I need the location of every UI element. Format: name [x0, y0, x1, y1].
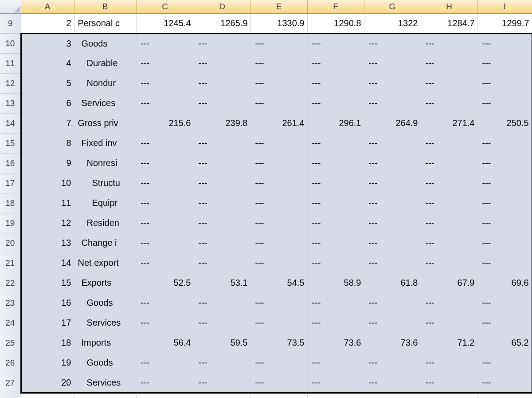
cell-D12[interactable]: ---: [194, 73, 250, 93]
cell-A28[interactable]: 21: [21, 393, 74, 398]
cell-A11[interactable]: 4: [21, 53, 74, 73]
cell-I23[interactable]: ---: [477, 293, 532, 313]
cell-I22[interactable]: 69.6: [477, 273, 532, 293]
column-header-I[interactable]: I: [477, 0, 532, 13]
cell-E17[interactable]: ---: [250, 173, 307, 193]
cell-C17[interactable]: ---: [136, 173, 194, 193]
row-27[interactable]: 2720Services---------------------: [0, 373, 532, 393]
cell-A18[interactable]: 11: [21, 193, 74, 213]
cell-A23[interactable]: 16: [21, 293, 74, 313]
cell-E11[interactable]: ---: [250, 53, 307, 73]
cell-C28[interactable]: 483.5: [136, 393, 194, 398]
cell-E14[interactable]: 261.4: [250, 113, 307, 133]
cell-D16[interactable]: ---: [194, 153, 250, 173]
row-9[interactable]: 92Personal c1245.41265.91330.91290.81322…: [0, 13, 532, 33]
cell-A15[interactable]: 8: [21, 133, 74, 153]
cell-D17[interactable]: ---: [194, 173, 250, 193]
cell-C11[interactable]: ---: [136, 53, 194, 73]
row-header-12[interactable]: 12: [0, 73, 21, 93]
cell-C10[interactable]: ---: [136, 33, 194, 53]
cell-H12[interactable]: ---: [421, 73, 477, 93]
cell-B14[interactable]: Gross priv: [74, 113, 136, 133]
cell-E9[interactable]: 1330.9: [250, 13, 307, 33]
row-header-11[interactable]: 11: [0, 53, 21, 73]
cell-G21[interactable]: ---: [364, 253, 421, 273]
cell-G13[interactable]: ---: [364, 93, 421, 113]
cell-H16[interactable]: ---: [421, 153, 477, 173]
cell-E24[interactable]: ---: [250, 313, 307, 333]
cell-I24[interactable]: ---: [477, 313, 532, 333]
row-28[interactable]: 2821Governme483.5491.4482512.7567.5645.6…: [0, 393, 532, 398]
cell-I16[interactable]: ---: [477, 153, 532, 173]
cell-H15[interactable]: ---: [421, 133, 477, 153]
cell-H10[interactable]: ---: [421, 33, 477, 53]
cell-B16[interactable]: Nonresi: [74, 153, 136, 173]
cell-I27[interactable]: ---: [477, 373, 532, 393]
cell-B28[interactable]: Governme: [74, 393, 136, 398]
cell-G23[interactable]: ---: [364, 293, 421, 313]
cell-A14[interactable]: 7: [21, 113, 74, 133]
row-25[interactable]: 2518Imports56.459.573.573.673.671.265.2: [0, 333, 532, 353]
row-header-22[interactable]: 22: [0, 273, 21, 293]
cell-B10[interactable]: Goods: [74, 33, 136, 53]
cell-H17[interactable]: ---: [421, 173, 477, 193]
row-header-21[interactable]: 21: [0, 253, 21, 273]
cell-A16[interactable]: 9: [21, 153, 74, 173]
cell-E19[interactable]: ---: [250, 213, 307, 233]
cell-D22[interactable]: 53.1: [194, 273, 250, 293]
cell-I26[interactable]: ---: [477, 353, 532, 373]
cell-A26[interactable]: 19: [21, 353, 74, 373]
row-header-15[interactable]: 15: [0, 133, 21, 153]
grid-body[interactable]: 92Personal c1245.41265.91330.91290.81322…: [0, 13, 532, 398]
cell-A25[interactable]: 18: [21, 333, 74, 353]
cell-F12[interactable]: ---: [307, 73, 364, 93]
row-header-17[interactable]: 17: [0, 173, 21, 193]
cell-B12[interactable]: Nondur: [74, 73, 136, 93]
row-11[interactable]: 114Durable---------------------: [0, 53, 532, 73]
cell-C19[interactable]: ---: [136, 213, 194, 233]
cell-E13[interactable]: ---: [250, 93, 307, 113]
cell-I15[interactable]: ---: [477, 133, 532, 153]
cell-E25[interactable]: 73.5: [250, 333, 307, 353]
column-header-G[interactable]: G: [364, 0, 421, 13]
cell-H14[interactable]: 271.4: [421, 113, 477, 133]
row-header-24[interactable]: 24: [0, 313, 21, 333]
cell-C20[interactable]: ---: [136, 233, 194, 253]
row-header-13[interactable]: 13: [0, 93, 21, 113]
cell-H22[interactable]: 67.9: [421, 273, 477, 293]
row-header-9[interactable]: 9: [0, 13, 21, 33]
row-10[interactable]: 103Goods---------------------: [0, 33, 532, 53]
cell-B15[interactable]: Fixed inv: [74, 133, 136, 153]
cell-E10[interactable]: ---: [250, 33, 307, 53]
row-15[interactable]: 158Fixed inv---------------------: [0, 133, 532, 153]
cell-H11[interactable]: ---: [421, 53, 477, 73]
cell-H20[interactable]: ---: [421, 233, 477, 253]
row-18[interactable]: 1811Equipr---------------------: [0, 193, 532, 213]
row-16[interactable]: 169Nonresi---------------------: [0, 153, 532, 173]
cell-I10[interactable]: ---: [477, 33, 532, 53]
cell-C23[interactable]: ---: [136, 293, 194, 313]
cell-G22[interactable]: 61.8: [364, 273, 421, 293]
cell-F16[interactable]: ---: [307, 153, 364, 173]
cell-G12[interactable]: ---: [364, 73, 421, 93]
cell-E16[interactable]: ---: [250, 153, 307, 173]
cell-B18[interactable]: Equipr: [74, 193, 136, 213]
cell-B20[interactable]: Change i: [74, 233, 136, 253]
cell-D14[interactable]: 239.8: [194, 113, 250, 133]
cell-E18[interactable]: ---: [250, 193, 307, 213]
cell-B26[interactable]: Goods: [74, 353, 136, 373]
column-header-B[interactable]: B: [74, 0, 136, 13]
cell-B19[interactable]: Residen: [74, 213, 136, 233]
cell-E20[interactable]: ---: [250, 233, 307, 253]
cell-D20[interactable]: ---: [194, 233, 250, 253]
cell-D23[interactable]: ---: [194, 293, 250, 313]
cell-F28[interactable]: 512.7: [307, 393, 364, 398]
cell-C25[interactable]: 56.4: [136, 333, 194, 353]
cell-F26[interactable]: ---: [307, 353, 364, 373]
cell-C24[interactable]: ---: [136, 313, 194, 333]
cell-G11[interactable]: ---: [364, 53, 421, 73]
cell-B13[interactable]: Services: [74, 93, 136, 113]
cell-G28[interactable]: 567.5: [364, 393, 421, 398]
row-26[interactable]: 2619Goods---------------------: [0, 353, 532, 373]
cell-F27[interactable]: ---: [307, 373, 364, 393]
